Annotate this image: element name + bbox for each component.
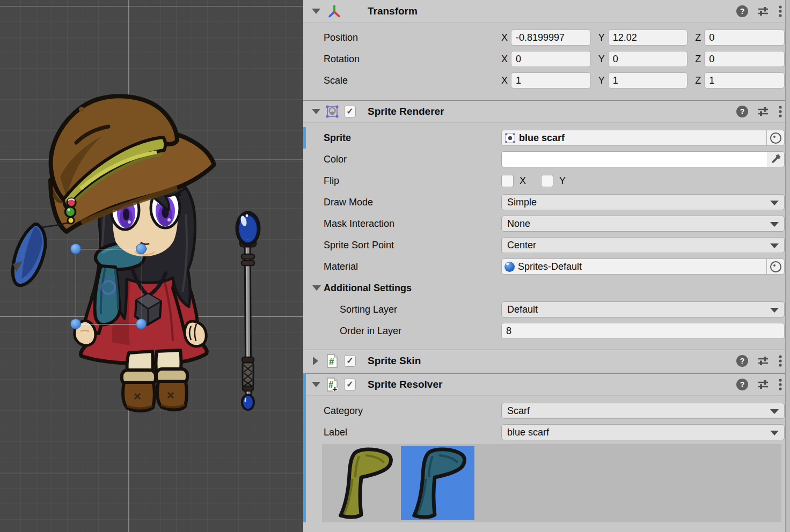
foldout-transform[interactable] [312,9,320,14]
transform-icon [327,4,342,19]
axis-x-label: X [501,54,508,65]
presets-icon[interactable] [757,106,770,117]
selection-handle-top-right[interactable] [136,243,147,254]
order-in-layer-field[interactable]: 8 [501,323,785,339]
label-row: Label blue scarf [303,422,790,443]
label-dropdown[interactable]: blue scarf [501,424,785,440]
rotation-y-field[interactable]: 0 [608,51,688,67]
scale-label: Scale [324,75,348,86]
mask-interaction-label: Mask Interaction [324,218,394,230]
mask-interaction-row: Mask Interaction None [303,213,790,234]
sprite-sort-point-label: Sprite Sort Point [324,240,394,251]
sprite-object-field[interactable]: blue scarf [501,130,785,146]
sprite-renderer-title: Sprite Renderer [368,106,444,117]
override-indicator-resolver [303,373,306,522]
feather-charm [13,198,76,285]
flip-label: Flip [324,175,339,187]
sprite-skin-header[interactable]: # ✓ Sprite Skin ? [303,350,790,372]
script-plus-icon: # + [325,377,340,392]
color-swatch[interactable] [502,152,767,167]
sprite-resolver-enabled-checkbox[interactable]: ✓ [344,379,356,390]
material-object-field[interactable]: Sprites-Default [501,258,785,275]
transform-title: Transform [368,5,418,17]
sprite-row: Sprite blue scarf [303,127,790,149]
sprite-label: Sprite [324,132,351,144]
color-row: Color [303,149,790,170]
color-label: Color [324,154,347,165]
help-icon[interactable]: ? [736,355,748,367]
draw-mode-row: Draw Mode Simple [303,191,790,213]
label-label: Label [324,427,347,438]
foldout-additional-settings[interactable] [312,285,321,291]
inspector-panel: Transform ? Position X -0.81 [303,0,790,532]
help-icon[interactable]: ? [736,379,748,390]
additional-settings-row[interactable]: Additional Settings [303,277,790,299]
presets-icon[interactable] [757,5,770,17]
position-y-field[interactable]: 12.02 [608,29,688,46]
material-row: Material Sprites-Default [303,256,790,277]
sprite-variant-green-scarf[interactable] [327,446,401,520]
sprite-renderer-enabled-checkbox[interactable]: ✓ [344,106,356,117]
foldout-sprite-renderer[interactable] [312,109,320,114]
sprite-resolver-title: Sprite Resolver [368,379,442,390]
context-menu-icon[interactable] [778,105,782,118]
position-z-field[interactable]: 0 [704,29,785,46]
presets-icon[interactable] [757,355,770,367]
foldout-sprite-skin[interactable] [313,357,318,365]
rotation-label: Rotation [324,54,360,65]
flip-y-checkbox[interactable] [541,175,553,187]
rotation-row: Rotation X 0 Y 0 Z 0 [303,48,790,70]
position-x-field[interactable]: -0.8199997 [511,29,591,46]
sprite-resolver-header[interactable]: # + ✓ Sprite Resolver ? [303,373,790,396]
context-menu-icon[interactable] [778,5,782,18]
order-in-layer-label: Order in Layer [340,326,401,337]
position-row: Position X -0.8199997 Y 12.02 Z 0 [303,27,790,48]
context-menu-icon[interactable] [778,354,782,367]
rotation-z-field[interactable]: 0 [704,51,785,67]
override-indicator-sprite [303,127,306,149]
material-object-picker[interactable] [766,259,784,274]
inspector-scrollbar[interactable] [785,0,790,532]
sorting-layer-dropdown[interactable]: Default [501,301,785,317]
sprite-skin-title: Sprite Skin [368,355,421,367]
color-field[interactable] [501,151,785,167]
sprite-skin-enabled-checkbox[interactable]: ✓ [344,355,356,367]
scale-z-field[interactable]: 1 [704,72,785,88]
axis-y-label: Y [598,75,605,86]
position-label: Position [324,32,358,43]
sprite-pivot-handle[interactable] [101,280,116,295]
selection-handle-bottom-right[interactable] [136,319,147,329]
sprite-sort-point-row: Sprite Sort Point Center [303,234,790,256]
scene-view[interactable] [0,0,303,532]
presets-icon[interactable] [757,379,770,390]
axis-y-label: Y [598,32,605,43]
sprite-renderer-icon [325,104,340,119]
help-icon[interactable]: ? [736,5,748,17]
draw-mode-dropdown[interactable]: Simple [501,194,785,210]
flip-x-checkbox[interactable] [501,175,514,187]
sprite-object-picker[interactable] [766,130,784,145]
sprite-sort-point-dropdown[interactable]: Center [501,237,785,253]
scale-x-field[interactable]: 1 [511,72,591,88]
script-icon: # [325,353,340,368]
selection-handle-top-left[interactable] [70,243,81,254]
blue-scarf-thumbnail [401,446,474,520]
sorting-layer-row: Sorting Layer Default [303,299,790,320]
order-in-layer-row: Order in Layer 8 [303,320,790,342]
mask-interaction-dropdown[interactable]: None [501,216,785,232]
foldout-sprite-resolver[interactable] [312,382,320,387]
staff-sprite [237,212,259,410]
chevron-down-icon [770,243,779,248]
category-row: Category Scarf [303,400,790,422]
selection-handle-bottom-left[interactable] [70,319,81,329]
eyedropper-button[interactable] [767,152,784,167]
sprite-variant-blue-scarf[interactable] [401,446,474,520]
sprite-renderer-header[interactable]: ✓ Sprite Renderer ? [303,100,790,123]
scale-row: Scale X 1 Y 1 Z 1 [303,70,790,91]
scale-y-field[interactable]: 1 [608,72,688,88]
category-dropdown[interactable]: Scarf [501,403,785,419]
help-icon[interactable]: ? [736,106,748,117]
transform-header[interactable]: Transform ? [303,0,790,23]
context-menu-icon[interactable] [778,378,782,391]
rotation-x-field[interactable]: 0 [511,51,591,67]
